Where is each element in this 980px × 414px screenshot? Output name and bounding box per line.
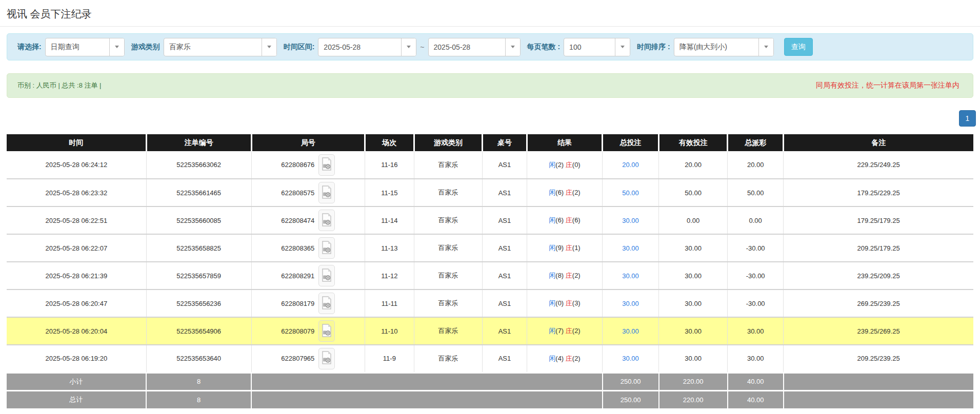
total-bet-cell: 30.00 <box>603 345 659 372</box>
film-file-icon <box>322 324 332 339</box>
banker-result: 庄 <box>566 216 572 224</box>
bet-id-cell: 522535661465 <box>146 179 251 206</box>
pagination: 1 <box>0 98 980 134</box>
player-result: 闲 <box>549 327 555 335</box>
player-count: (4) <box>555 355 566 362</box>
game-type-cell: 百家乐 <box>414 234 482 262</box>
game-type-cell: 百家乐 <box>414 262 482 289</box>
total-bet-link[interactable]: 30.00 <box>622 217 639 224</box>
chevron-down-icon[interactable] <box>505 38 520 56</box>
video-record-button[interactable] <box>318 237 335 259</box>
round-id-value: 622807965 <box>281 355 314 362</box>
table-row: 2025-05-28 06:22:07522535658825622808365… <box>7 234 973 262</box>
video-record-button[interactable] <box>318 320 335 342</box>
player-count: (7) <box>555 327 566 335</box>
round-id-wrap: 622808676 <box>281 154 335 176</box>
game-type-cell: 百家乐 <box>414 317 482 345</box>
remark-cell: 209.25/179.25 <box>784 234 973 262</box>
date-separator: ~ <box>420 43 424 51</box>
chevron-down-icon[interactable] <box>758 38 773 56</box>
table-no-cell: AS1 <box>482 262 527 289</box>
round-id-cell: 622808291 <box>251 262 365 289</box>
pagination-page-1[interactable]: 1 <box>959 110 976 127</box>
filter-bar: 请选择: 日期查询 游戏类别 百家乐 时间区间: 2025-05-28 ~ 20… <box>7 33 973 60</box>
session-cell: 11-15 <box>365 179 414 206</box>
valid-bet-cell: 20.00 <box>659 151 728 179</box>
valid-bet-cell: 30.00 <box>659 262 728 289</box>
player-result: 闲 <box>549 161 555 169</box>
date-from-value: 2025-05-28 <box>318 38 401 56</box>
table-no-cell: AS1 <box>482 151 527 179</box>
total-bet-link[interactable]: 30.00 <box>622 244 639 252</box>
remark-cell: 179.25/229.25 <box>784 179 973 206</box>
video-record-button[interactable] <box>318 154 335 176</box>
time-sort-value: 降冪(由大到小) <box>674 38 758 56</box>
table-no-cell: AS1 <box>482 206 527 234</box>
film-file-icon <box>322 185 332 200</box>
round-id-cell: 622808079 <box>251 317 365 345</box>
search-button[interactable]: 查询 <box>784 38 813 56</box>
subtotal-row-valid-bet: 220.00 <box>659 372 728 390</box>
subtotal-row-payout: 40.00 <box>728 372 784 390</box>
col-time: 时间 <box>7 134 146 151</box>
grand-total-row-total-bet: 250.00 <box>603 390 659 408</box>
col-table-no: 桌号 <box>482 134 527 151</box>
video-record-button[interactable] <box>318 265 335 286</box>
time-sort-select[interactable]: 降冪(由大到小) <box>674 38 774 56</box>
col-result: 结果 <box>527 134 602 151</box>
subtotal-row: 小计8250.00220.0040.00 <box>7 372 973 390</box>
round-id-cell: 622808179 <box>251 289 365 317</box>
page-size-select[interactable]: 100 <box>564 38 630 56</box>
banker-count: (0) <box>572 161 581 169</box>
chevron-down-icon[interactable] <box>401 38 416 56</box>
total-bet-link[interactable]: 30.00 <box>622 355 639 362</box>
result-cell: 闲(8) 庄(2) <box>527 262 602 289</box>
chevron-down-icon[interactable] <box>262 38 276 56</box>
table-row: 2025-05-28 06:24:12522535663062622808676… <box>7 151 973 179</box>
subtotal-row-total-bet: 250.00 <box>603 372 659 390</box>
session-cell: 11-9 <box>365 345 414 372</box>
film-file-icon <box>322 351 332 366</box>
table-row: 2025-05-28 06:22:51522535660085622808474… <box>7 206 973 234</box>
round-id-wrap: 622808474 <box>281 210 335 231</box>
video-record-button[interactable] <box>318 182 335 203</box>
game-type-cell: 百家乐 <box>414 345 482 372</box>
result-cell: 闲(7) 庄(2) <box>527 317 602 345</box>
round-id-value: 622808079 <box>281 327 314 335</box>
col-round-id: 局号 <box>251 134 365 151</box>
grand-total-row-label: 总计 <box>7 390 146 408</box>
round-id-value: 622808676 <box>281 161 314 169</box>
total-bet-link[interactable]: 30.00 <box>622 327 639 335</box>
table-row: 2025-05-28 06:23:32522535661465622808575… <box>7 179 973 206</box>
banker-result: 庄 <box>566 189 572 196</box>
payout-cell: 0.00 <box>728 206 784 234</box>
date-from-select[interactable]: 2025-05-28 <box>318 38 416 56</box>
player-result: 闲 <box>549 189 555 196</box>
total-bet-link[interactable]: 30.00 <box>622 272 639 280</box>
subtotal-row-label: 小计 <box>7 372 146 390</box>
session-cell: 11-12 <box>365 262 414 289</box>
payout-cell: 50.00 <box>728 179 784 206</box>
banker-count: (2) <box>572 272 581 279</box>
table-header: 时间 注单编号 局号 场次 游戏类别 桌号 结果 总投注 有效投注 总派彩 备注 <box>7 134 973 151</box>
query-type-select[interactable]: 日期查询 <box>45 38 125 56</box>
total-bet-cell: 50.00 <box>603 179 659 206</box>
table-no-cell: AS1 <box>482 345 527 372</box>
banker-result: 庄 <box>566 299 572 307</box>
player-count: (0) <box>555 299 566 307</box>
chevron-down-icon[interactable] <box>109 38 124 56</box>
video-record-button[interactable] <box>318 348 335 369</box>
total-bet-link[interactable]: 20.00 <box>622 161 639 169</box>
game-type-select[interactable]: 百家乐 <box>164 38 277 56</box>
total-bet-link[interactable]: 30.00 <box>622 300 639 307</box>
chevron-down-icon[interactable] <box>615 38 630 56</box>
date-to-select[interactable]: 2025-05-28 <box>428 38 521 56</box>
remark-cell: 229.25/249.25 <box>784 151 973 179</box>
video-record-button[interactable] <box>318 293 335 314</box>
total-bet-link[interactable]: 50.00 <box>622 189 639 197</box>
remark-cell: 239.25/209.25 <box>784 262 973 289</box>
video-record-button[interactable] <box>318 210 335 231</box>
date-to-value: 2025-05-28 <box>429 38 505 56</box>
film-file-icon <box>322 296 332 311</box>
bet-id-cell: 522535660085 <box>146 206 251 234</box>
